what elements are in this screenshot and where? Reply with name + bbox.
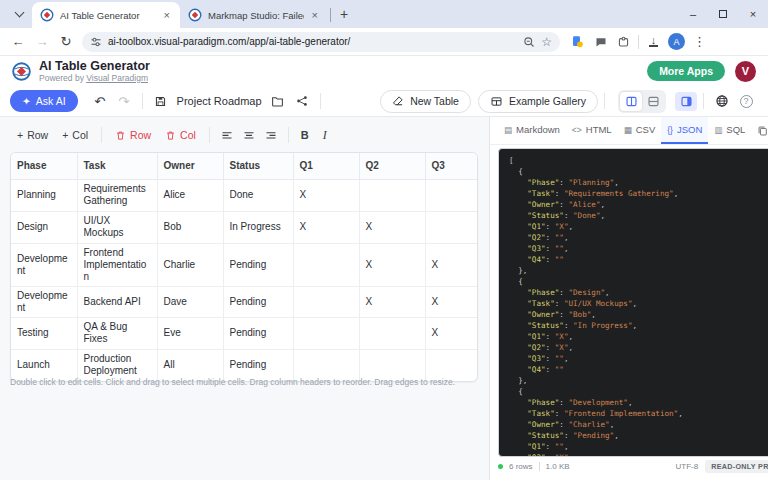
column-header-q1[interactable]: Q1 [293,153,359,179]
ask-ai-button[interactable]: ✦ Ask AI [10,90,78,112]
column-header-q3[interactable]: Q3 [425,153,478,179]
browser-tab-inactive[interactable]: Markmap Studio: Failed to ope × [180,2,328,28]
table-cell[interactable]: UI/UX Mockups [77,211,157,243]
column-header-owner[interactable]: Owner [157,153,223,179]
table-cell[interactable] [293,286,359,317]
column-header-q2[interactable]: Q2 [359,153,425,179]
italic-button[interactable]: I [315,128,335,143]
table-cell[interactable]: X [425,243,478,286]
table-cell[interactable]: Development [11,286,77,317]
table-cell[interactable]: Planning [11,179,77,211]
table-cell[interactable] [359,179,425,211]
align-right-button[interactable] [260,124,282,146]
tab-close-icon[interactable]: × [310,9,320,21]
table-cell[interactable]: Backend API [77,286,157,317]
table-cell[interactable] [359,317,425,349]
undo-button[interactable]: ↶ [88,90,112,112]
extensions-puzzle-icon[interactable] [612,30,635,54]
table-cell[interactable]: Design [11,211,77,243]
layout-split-vertical-button[interactable] [620,92,642,111]
table-cell[interactable] [425,211,478,243]
bookmark-star-icon[interactable]: ☆ [541,35,552,49]
align-left-button[interactable] [216,124,238,146]
add-row-button[interactable]: +Row [10,124,55,146]
toggle-right-panel-button[interactable] [675,92,697,111]
delete-row-button[interactable]: Row [108,124,158,146]
new-table-button[interactable]: New Table [380,90,471,113]
table-cell[interactable]: X [293,179,359,211]
table-cell[interactable]: Done [223,179,293,211]
tab-close-icon[interactable]: × [162,9,172,21]
table-cell[interactable]: Testing [11,317,77,349]
table-cell[interactable]: X [359,211,425,243]
address-bar[interactable]: ai-toolbox.visual-paradigm.com/app/ai-ta… [82,32,560,52]
table-cell[interactable]: Eve [157,317,223,349]
split-columns-icon [625,95,638,108]
table-cell[interactable]: Dave [157,286,223,317]
comment-icon[interactable] [589,30,612,54]
language-button[interactable] [710,90,734,112]
delete-col-button[interactable]: Col [158,124,203,146]
more-apps-button[interactable]: More Apps [647,61,725,81]
table-cell[interactable] [293,243,359,286]
reload-button[interactable]: ↻ [54,30,78,54]
table-cell[interactable]: X [425,317,478,349]
table-cell[interactable]: Pending [223,243,293,286]
back-button[interactable]: ← [6,30,30,54]
table-cell[interactable]: Alice [157,179,223,211]
table-cell[interactable]: In Progress [223,211,293,243]
downloads-button[interactable]: ↓ [642,30,665,54]
tab-markdown[interactable]: ▤Markdown [498,117,566,144]
copy-button[interactable] [751,120,768,142]
tab-html[interactable]: <>HTML [566,117,618,144]
save-button[interactable] [149,90,173,112]
table-cell[interactable]: Requirements Gathering [77,179,157,211]
forward-button[interactable]: → [30,30,54,54]
json-preview-editor[interactable]: [ { "Phase": "Planning", "Task": "Requir… [498,148,768,457]
tab-sql[interactable]: ▥SQL [708,117,751,144]
add-col-button[interactable]: +Col [55,124,95,146]
table-cell[interactable]: X [359,286,425,317]
column-header-phase[interactable]: Phase [11,153,77,179]
column-header-status[interactable]: Status [223,153,293,179]
table-cell[interactable]: Pending [223,286,293,317]
redo-button[interactable]: ↷ [112,90,136,112]
visual-paradigm-link[interactable]: Visual Paradigm [86,73,148,83]
table-cell[interactable]: Frontend Implementation [77,243,157,286]
tab-csv[interactable]: ▦CSV [618,117,662,144]
example-gallery-button[interactable]: Example Gallery [478,90,598,113]
url-text[interactable]: ai-toolbox.visual-paradigm.com/app/ai-ta… [108,36,517,47]
tab-json[interactable]: {}JSON [661,117,708,144]
browser-menu-kebab-icon[interactable]: ⋮ [688,30,711,54]
table-cell[interactable] [293,317,359,349]
table-cell[interactable]: Charlie [157,243,223,286]
window-minimize-button[interactable]: – [678,0,708,28]
layout-split-horizontal-button[interactable] [642,92,664,111]
help-button[interactable]: ? [734,90,758,112]
share-button[interactable] [290,90,314,112]
project-name[interactable]: Project Roadmap [177,95,262,107]
tab-search-button[interactable] [6,3,32,25]
column-header-task[interactable]: Task [77,153,157,179]
table-cell[interactable]: QA & Bug Fixes [77,317,157,349]
window-maximize-button[interactable] [708,0,738,28]
code-line: "Q4": "" [509,364,768,375]
new-tab-button[interactable]: + [333,3,355,25]
table-cell[interactable]: X [359,243,425,286]
table-cell[interactable] [425,179,478,211]
align-center-button[interactable] [238,124,260,146]
lens-extension-icon[interactable] [566,30,589,54]
profile-avatar[interactable]: A [665,30,688,54]
table-cell[interactable]: X [425,286,478,317]
bold-button[interactable]: B [295,129,315,141]
site-settings-icon[interactable] [90,36,102,48]
browser-tab-active[interactable]: AI Table Generator × [32,2,180,28]
table-cell[interactable]: Bob [157,211,223,243]
table-cell[interactable]: Pending [223,317,293,349]
table-cell[interactable]: X [293,211,359,243]
zoom-out-icon[interactable] [523,36,535,48]
window-close-button[interactable]: × [738,0,768,28]
open-project-button[interactable] [266,90,290,112]
table-cell[interactable]: Development [11,243,77,286]
account-avatar[interactable]: V [735,61,756,82]
